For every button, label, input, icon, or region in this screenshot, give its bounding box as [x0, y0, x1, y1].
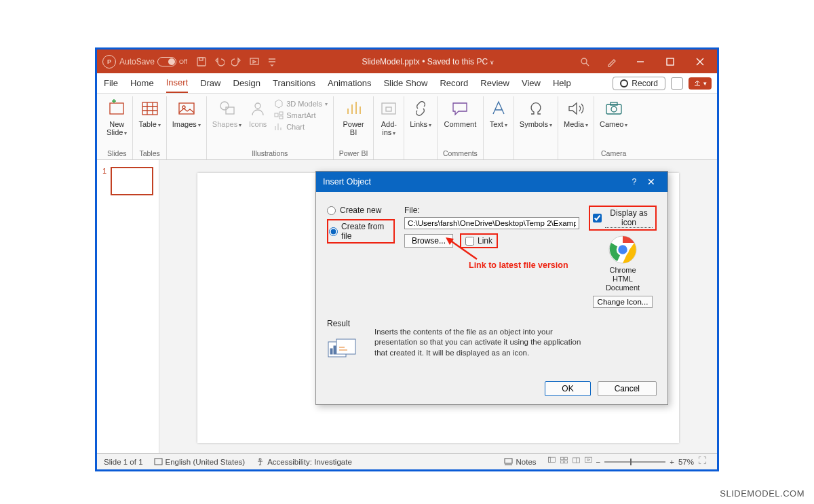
start-from-beginning-icon[interactable]	[249, 56, 260, 67]
qat-more-icon[interactable]	[267, 56, 277, 67]
undo-icon[interactable]	[214, 56, 225, 67]
close-icon[interactable]: ✕	[642, 176, 661, 187]
file-path-input[interactable]	[404, 217, 579, 229]
zoom-control[interactable]: − + 57%	[596, 456, 710, 468]
close-button[interactable]	[690, 52, 710, 72]
tab-record[interactable]: Record	[440, 78, 468, 88]
thumbnail-pane[interactable]: 1	[97, 160, 159, 453]
result-description: Inserts the contents of the file as an o…	[374, 319, 657, 362]
result-preview-icon	[327, 338, 357, 362]
tab-home[interactable]: Home	[130, 78, 154, 88]
group-symbols: Symbols	[514, 96, 558, 159]
svg-rect-36	[564, 461, 567, 463]
watermark: SLIDEMODEL.COM	[720, 488, 805, 499]
svg-rect-7	[179, 103, 194, 114]
redo-icon[interactable]	[231, 56, 242, 67]
addins-icon	[379, 99, 398, 118]
svg-point-29	[259, 459, 261, 461]
addins-button[interactable]: Add- ins	[379, 99, 398, 136]
sorter-view-icon[interactable]	[560, 456, 572, 468]
ribbon: New Slide Slides Table Tables Images Sha…	[97, 94, 717, 160]
tab-animations[interactable]: Animations	[328, 78, 371, 88]
change-icon-button[interactable]: Change Icon...	[593, 296, 653, 308]
svg-rect-34	[564, 457, 567, 460]
tab-insert[interactable]: Insert	[166, 77, 189, 93]
shapes-icon	[218, 99, 237, 118]
icon-caption: Chrome HTML Document	[589, 266, 657, 293]
maximize-button[interactable]	[660, 52, 680, 72]
tab-slideshow[interactable]: Slide Show	[383, 78, 427, 88]
comment-button[interactable]: Comment	[444, 99, 477, 128]
group-links: Links	[404, 96, 438, 159]
create-from-file-radio[interactable]: Create from file	[327, 219, 395, 244]
svg-point-9	[220, 102, 229, 110]
images-button[interactable]: Images	[172, 99, 201, 128]
3d-models-button[interactable]: 3D Models ▾	[274, 99, 328, 109]
tab-review[interactable]: Review	[480, 78, 509, 88]
symbols-button[interactable]: Symbols	[520, 99, 552, 128]
slide-index: 1	[102, 167, 106, 175]
zoom-out-icon[interactable]: −	[596, 458, 601, 466]
group-slides: New Slide Slides	[101, 96, 133, 159]
links-button[interactable]: Links	[410, 99, 431, 128]
text-button[interactable]: Text	[489, 99, 508, 128]
group-media: Media	[558, 96, 594, 159]
tab-transitions[interactable]: Transitions	[273, 78, 315, 88]
chart-button[interactable]: Chart	[274, 122, 328, 132]
save-icon[interactable]	[196, 56, 207, 67]
svg-rect-35	[560, 461, 563, 463]
fit-to-window-icon[interactable]	[698, 456, 710, 468]
cameo-button[interactable]: Cameo	[600, 99, 627, 128]
zoom-in-icon[interactable]: +	[670, 458, 674, 466]
tab-draw[interactable]: Draw	[200, 78, 220, 88]
cancel-button[interactable]: Cancel	[598, 381, 657, 396]
present-icon[interactable]	[671, 77, 683, 90]
annotation-text: Link to latest file version	[469, 260, 568, 270]
svg-point-11	[255, 103, 260, 109]
tab-design[interactable]: Design	[233, 78, 260, 88]
shapes-button[interactable]: Shapes	[212, 99, 241, 128]
tab-help[interactable]: Help	[553, 78, 571, 88]
status-bar: Slide 1 of 1 English (United States) Acc…	[97, 453, 717, 469]
search-icon[interactable]	[579, 56, 590, 67]
record-button[interactable]: Record	[613, 77, 665, 90]
group-addins: Add- ins	[374, 96, 404, 159]
dialog-title: Insert Object	[323, 177, 627, 187]
zoom-slider[interactable]	[604, 461, 665, 463]
language-status[interactable]: English (United States)	[154, 457, 246, 466]
reading-view-icon[interactable]	[572, 456, 584, 468]
media-button[interactable]: Media	[564, 99, 588, 128]
autosave-toggle[interactable]: AutoSave Off	[119, 57, 187, 66]
new-slide-button[interactable]: New Slide	[106, 99, 127, 136]
smartart-button[interactable]: SmartArt	[274, 111, 328, 120]
ribbon-tab-strip: File Home Insert Draw Design Transitions…	[97, 73, 717, 94]
powerbi-button[interactable]: Power BI	[343, 99, 364, 136]
svg-rect-25	[336, 339, 355, 354]
help-icon[interactable]: ?	[627, 177, 642, 187]
share-button[interactable]: ▾	[689, 77, 712, 90]
normal-view-icon[interactable]	[547, 456, 560, 468]
icons-button[interactable]: Icons	[248, 99, 267, 128]
svg-rect-0	[197, 58, 206, 66]
pencil-icon[interactable]	[606, 56, 617, 67]
slide-thumbnail[interactable]	[111, 167, 153, 195]
minimize-button[interactable]	[630, 52, 651, 72]
tab-view[interactable]: View	[522, 78, 541, 88]
create-new-radio[interactable]: Create new	[327, 206, 395, 215]
tab-file[interactable]: File	[104, 78, 118, 88]
file-label: File:	[404, 206, 579, 215]
accessibility-status[interactable]: Accessibility: Investigate	[256, 457, 352, 466]
slideshow-view-icon[interactable]	[584, 456, 596, 468]
display-as-icon-checkbox[interactable]: Display as icon	[589, 206, 657, 231]
link-icon	[411, 99, 430, 118]
toggle-switch-icon[interactable]	[157, 57, 176, 66]
document-title: SlideModel.pptx • Saved to this PC ∨	[281, 57, 576, 66]
svg-rect-33	[560, 457, 563, 460]
images-icon	[177, 99, 196, 118]
svg-rect-38	[585, 457, 592, 462]
table-button[interactable]: Table	[138, 99, 160, 128]
notes-button[interactable]: Notes	[504, 457, 536, 466]
ok-button[interactable]: OK	[545, 381, 590, 396]
slide-counter[interactable]: Slide 1 of 1	[104, 458, 143, 466]
dialog-title-bar[interactable]: Insert Object ? ✕	[316, 172, 667, 192]
